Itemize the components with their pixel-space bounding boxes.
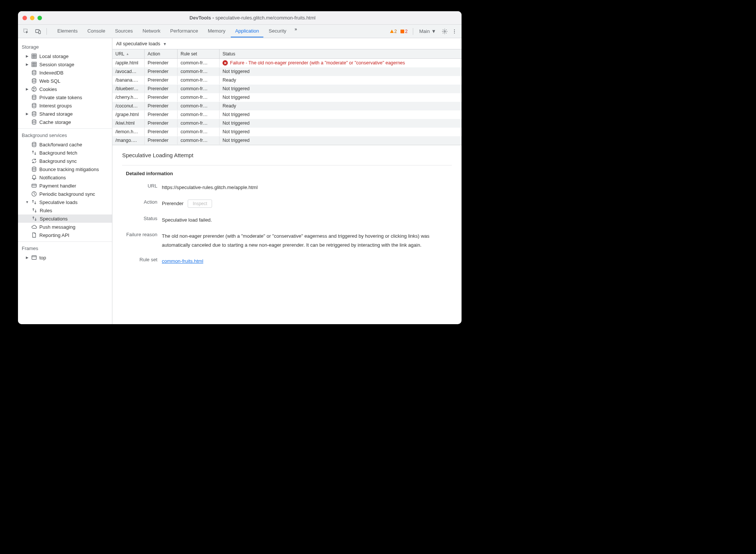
sidebar-item-reporting-api[interactable]: Reporting API	[18, 231, 112, 239]
tab-security[interactable]: Security	[264, 25, 291, 37]
cell-status: Not triggered	[220, 110, 462, 119]
sidebar-item-interest-groups[interactable]: Interest groups	[18, 101, 112, 110]
sidebar-item-notifications[interactable]: Notifications	[18, 173, 112, 182]
sidebar-item-indexeddb[interactable]: IndexedDB	[18, 69, 112, 77]
tab-console[interactable]: Console	[83, 25, 110, 37]
tab-memory[interactable]: Memory	[203, 25, 230, 37]
database-icon	[31, 166, 37, 172]
sidebar-item-speculations[interactable]: Speculations	[18, 214, 112, 223]
cell-url: /mango.…	[112, 136, 145, 144]
settings-gear-icon[interactable]	[441, 27, 449, 36]
cell-action: Prerender	[145, 93, 178, 101]
cell-url: /lemon.h…	[112, 128, 145, 136]
sidebar-item-periodic-sync[interactable]: Periodic background sync	[18, 190, 112, 198]
cell-url: /apple.html	[112, 59, 145, 67]
column-header-status[interactable]: Status	[220, 49, 462, 58]
svg-point-11	[32, 87, 36, 91]
sidebar-item-payment-handler[interactable]: Payment handler	[18, 182, 112, 190]
detail-value-status: Speculative load failed.	[162, 216, 212, 224]
tab-network[interactable]: Network	[138, 25, 165, 37]
sidebar-item-background-fetch[interactable]: Background fetch	[18, 149, 112, 157]
sidebar-item-cache-storage[interactable]: Cache storage	[18, 118, 112, 126]
sidebar-item-speculative-loads[interactable]: ▼Speculative loads	[18, 198, 112, 206]
cell-url: /blueberr…	[112, 85, 145, 93]
sidebar-item-private-state-tokens[interactable]: Private state tokens	[18, 93, 112, 101]
warnings-badge[interactable]: 2	[390, 29, 397, 34]
database-icon	[31, 111, 37, 117]
sidebar-item-shared-storage[interactable]: ▶Shared storage	[18, 110, 112, 118]
detail-row-action: Action Prerender Inspect	[122, 199, 452, 208]
svg-rect-2	[39, 31, 40, 34]
table-row[interactable]: /mango.…Prerendercommon-fr…Not triggered	[112, 136, 462, 145]
cell-url: /cherry.h…	[112, 93, 145, 101]
sidebar-item-frame-top[interactable]: ▶top	[18, 253, 112, 262]
cell-ruleset: common-fr…	[178, 119, 220, 127]
svg-rect-23	[32, 256, 36, 259]
svg-point-14	[33, 90, 34, 91]
column-header-url[interactable]: URL▲	[112, 49, 145, 58]
sidebar-item-local-storage[interactable]: ▶Local storage	[18, 52, 112, 60]
sidebar-item-bounce-tracking[interactable]: Bounce tracking mitigations	[18, 165, 112, 173]
close-window-button[interactable]	[22, 16, 27, 20]
svg-point-16	[32, 103, 36, 105]
expand-caret-icon: ▶	[25, 112, 29, 116]
window-title: DevTools - speculative-rules.glitch.me/c…	[48, 15, 457, 21]
table-row[interactable]: /kiwi.htmlPrerendercommon-fr…Not trigger…	[112, 119, 462, 128]
filter-dropdown[interactable]: All speculative loads ▼	[116, 41, 167, 46]
svg-rect-21	[32, 184, 36, 187]
cell-action: Prerender	[145, 128, 178, 136]
table-row[interactable]: /cherry.h…Prerendercommon-fr…Not trigger…	[112, 93, 462, 102]
tab-application[interactable]: Application	[231, 25, 264, 37]
tab-elements[interactable]: Elements	[53, 25, 82, 37]
sidebar-item-cookies[interactable]: ▶Cookies	[18, 85, 112, 93]
column-header-ruleset[interactable]: Rule set	[178, 49, 220, 58]
expand-caret-icon: ▶	[25, 54, 29, 58]
frame-selector[interactable]: Main ▼	[416, 28, 439, 34]
cloud-icon	[31, 224, 37, 230]
cell-url: /avocad…	[112, 67, 145, 76]
detail-value-action: Prerender Inspect	[162, 199, 212, 208]
tabs-overflow[interactable]: »	[291, 25, 300, 37]
column-header-action[interactable]: Action	[145, 49, 178, 58]
table-row[interactable]: /blueberr…Prerendercommon-fr…Not trigger…	[112, 85, 462, 93]
cell-action: Prerender	[145, 59, 178, 67]
detail-row-ruleset: Rule set common-fruits.html	[122, 257, 452, 265]
device-toggle-icon[interactable]	[33, 26, 43, 37]
transfer-icon	[31, 216, 37, 222]
more-menu-icon[interactable]	[450, 27, 459, 36]
sidebar-item-bfcache[interactable]: Back/forward cache	[18, 140, 112, 149]
database-icon	[31, 94, 37, 100]
sidebar-item-push-messaging[interactable]: Push messaging	[18, 223, 112, 231]
detail-ruleset-link[interactable]: common-fruits.html	[162, 258, 203, 264]
sidebar-item-rules[interactable]: Rules	[18, 206, 112, 214]
sidebar-item-session-storage[interactable]: ▶Session storage	[18, 60, 112, 69]
toolbar-separator	[413, 28, 413, 35]
minimize-window-button[interactable]	[30, 16, 34, 20]
inspect-button[interactable]: Inspect	[188, 200, 212, 208]
sidebar-item-websql[interactable]: Web SQL	[18, 77, 112, 85]
cell-status: Ready	[220, 102, 462, 110]
cell-ruleset: common-fr…	[178, 59, 220, 67]
errors-badge[interactable]: 2	[400, 29, 408, 34]
tab-performance[interactable]: Performance	[166, 25, 202, 37]
cell-status: Not triggered	[220, 67, 462, 76]
table-row[interactable]: /avocad…Prerendercommon-fr…Not triggered	[112, 67, 462, 76]
cell-status: Not triggered	[220, 85, 462, 93]
sidebar-section-storage: Storage	[18, 40, 112, 52]
sidebar-item-background-sync[interactable]: Background sync	[18, 157, 112, 165]
transfer-icon	[31, 199, 37, 205]
zoom-window-button[interactable]	[37, 16, 42, 20]
table-row[interactable]: /apple.htmlPrerendercommon-fr…✕Failure -…	[112, 59, 462, 67]
cell-action: Prerender	[145, 76, 178, 84]
inspect-element-icon[interactable]	[21, 26, 31, 37]
toolbar: Elements Console Sources Network Perform…	[18, 25, 462, 38]
table-row[interactable]: /coconut…Prerendercommon-fr…Ready	[112, 102, 462, 110]
tab-sources[interactable]: Sources	[111, 25, 137, 37]
detail-row-url: URL https://speculative-rules.glitch.me/…	[122, 183, 452, 192]
cell-url: /grape.html	[112, 110, 145, 119]
table-row[interactable]: /grape.htmlPrerendercommon-fr…Not trigge…	[112, 110, 462, 119]
expand-caret-icon: ▶	[25, 256, 29, 259]
table-row[interactable]: /lemon.h…Prerendercommon-fr…Not triggere…	[112, 128, 462, 136]
table-row[interactable]: /banana.…Prerendercommon-fr…Ready	[112, 76, 462, 85]
cell-action: Prerender	[145, 67, 178, 76]
